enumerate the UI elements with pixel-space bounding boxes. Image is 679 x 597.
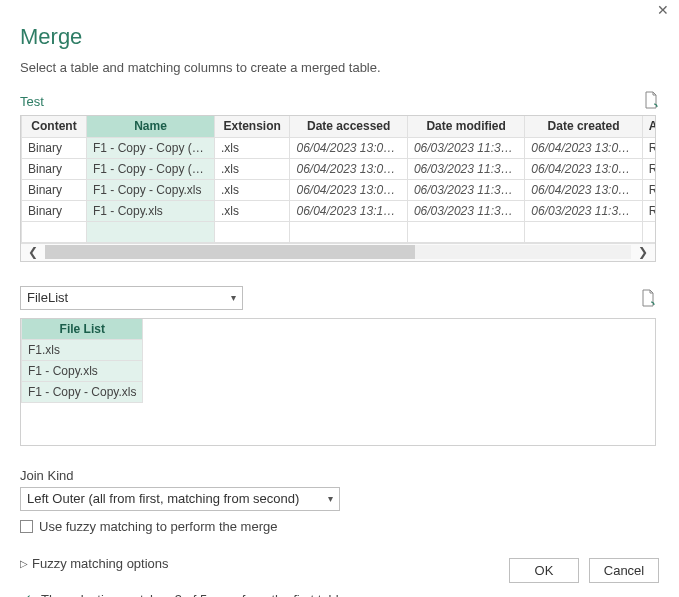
col-header-extension[interactable]: Extension	[214, 116, 290, 137]
table-options-icon[interactable]	[640, 289, 656, 307]
cell-ext: .xls	[214, 158, 290, 179]
cell-attr: Record	[642, 137, 656, 158]
table-row[interactable]: F1.xls	[22, 339, 143, 360]
col-header-date-modified[interactable]: Date modified	[407, 116, 524, 137]
cell-attr: Record	[642, 158, 656, 179]
cell-name: F1 - Copy - Copy (3).xls	[87, 158, 215, 179]
cell-content: Binary	[22, 158, 87, 179]
col-header-name[interactable]: Name	[87, 116, 215, 137]
table-header-row[interactable]: Content Name Extension Date accessed Dat…	[22, 116, 657, 137]
cell-content: Binary	[22, 200, 87, 221]
triangle-right-icon: ▷	[20, 558, 28, 569]
table-row[interactable]: F1 - Copy - Copy.xls	[22, 381, 143, 402]
table-options-icon[interactable]	[643, 91, 659, 109]
horizontal-scrollbar[interactable]: ❮ ❯	[21, 243, 655, 261]
cell-accessed: 06/04/2023 13:01:57	[290, 137, 407, 158]
cell-file: F1 - Copy.xls	[22, 360, 143, 381]
cell-content: Binary	[22, 179, 87, 200]
table-row-partial	[22, 221, 657, 242]
cell-created: 06/04/2023 13:01:57	[525, 137, 642, 158]
table-row[interactable]: F1 - Copy.xls	[22, 360, 143, 381]
first-table-grid[interactable]: Content Name Extension Date accessed Dat…	[20, 115, 656, 262]
close-icon[interactable]: ✕	[657, 2, 669, 18]
cell-accessed: 06/04/2023 13:01:56	[290, 179, 407, 200]
second-table-grid[interactable]: File List F1.xls F1 - Copy.xls F1 - Copy…	[20, 318, 656, 446]
cell-content: Binary	[22, 137, 87, 158]
scroll-thumb[interactable]	[45, 245, 415, 259]
scroll-track[interactable]	[45, 245, 631, 259]
col-header-filelist[interactable]: File List	[22, 319, 143, 340]
cell-name: F1 - Copy - Copy (2).xls	[87, 137, 215, 158]
scroll-right-icon[interactable]: ❯	[631, 243, 655, 261]
col-header-date-created[interactable]: Date created	[525, 116, 642, 137]
second-table-select[interactable]: FileList ▾	[20, 286, 243, 310]
dialog-subtitle: Select a table and matching columns to c…	[20, 60, 659, 75]
cell-attr: Record	[642, 200, 656, 221]
cell-attr: Record	[642, 179, 656, 200]
cell-file: F1.xls	[22, 339, 143, 360]
cell-ext: .xls	[214, 137, 290, 158]
table-row[interactable]: Binary F1 - Copy.xls .xls 06/04/2023 13:…	[22, 200, 657, 221]
chevron-down-icon: ▾	[231, 292, 236, 303]
cell-accessed: 06/04/2023 13:11:27	[290, 200, 407, 221]
cell-name: F1 - Copy.xls	[87, 200, 215, 221]
cell-created: 06/04/2023 13:01:58	[525, 158, 642, 179]
second-table-selected: FileList	[27, 290, 68, 305]
fuzzy-checkbox-row[interactable]: Use fuzzy matching to perform the merge	[20, 519, 659, 534]
cell-name: F1 - Copy - Copy.xls	[87, 179, 215, 200]
cell-created: 06/03/2023 11:32:26	[525, 200, 642, 221]
fuzzy-options-label: Fuzzy matching options	[32, 556, 169, 571]
merge-dialog: Merge Select a table and matching column…	[0, 0, 679, 597]
fuzzy-checkbox[interactable]	[20, 520, 33, 533]
join-kind-select[interactable]: Left Outer (all from first, matching fro…	[20, 487, 340, 511]
cell-modified: 06/03/2023 11:32:13	[407, 179, 524, 200]
cell-modified: 06/03/2023 11:32:13	[407, 137, 524, 158]
cell-created: 06/04/2023 13:01:55	[525, 179, 642, 200]
table-row[interactable]: Binary F1 - Copy - Copy (2).xls .xls 06/…	[22, 137, 657, 158]
checkmark-icon: ✓	[20, 591, 33, 598]
cell-ext: .xls	[214, 200, 290, 221]
scroll-left-icon[interactable]: ❮	[21, 243, 45, 261]
cell-accessed: 06/04/2023 13:01:59	[290, 158, 407, 179]
col-header-attributes[interactable]: Attribut	[642, 116, 656, 137]
fuzzy-checkbox-label: Use fuzzy matching to perform the merge	[39, 519, 277, 534]
cell-ext: .xls	[214, 179, 290, 200]
cell-file: F1 - Copy - Copy.xls	[22, 381, 143, 402]
join-kind-selected: Left Outer (all from first, matching fro…	[27, 491, 299, 506]
table-row[interactable]: Binary F1 - Copy - Copy.xls .xls 06/04/2…	[22, 179, 657, 200]
table-row[interactable]: Binary F1 - Copy - Copy (3).xls .xls 06/…	[22, 158, 657, 179]
dialog-title: Merge	[20, 24, 659, 50]
first-table-name: Test	[20, 94, 44, 109]
col-header-content[interactable]: Content	[22, 116, 87, 137]
cell-modified: 06/03/2023 11:32:13	[407, 158, 524, 179]
cancel-button[interactable]: Cancel	[589, 558, 659, 583]
chevron-down-icon: ▾	[328, 493, 333, 504]
status-text: The selection matches 3 of 5 rows from t…	[41, 592, 350, 597]
ok-button[interactable]: OK	[509, 558, 579, 583]
col-header-date-accessed[interactable]: Date accessed	[290, 116, 407, 137]
cell-modified: 06/03/2023 11:32:13	[407, 200, 524, 221]
join-kind-label: Join Kind	[20, 468, 659, 483]
